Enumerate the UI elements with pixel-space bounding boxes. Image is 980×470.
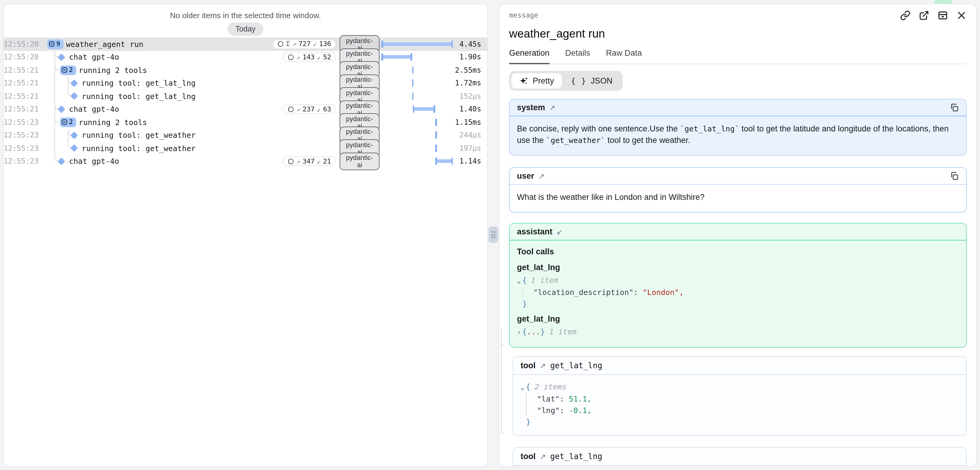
json-label: JSON: [591, 76, 612, 85]
chevron-down-icon: ⌄: [520, 383, 525, 391]
tokens-up-count: 143: [303, 53, 315, 61]
tree-guide-line: [54, 129, 55, 142]
dock-bottom-icon[interactable]: [938, 10, 948, 20]
trace-row-tree: running tool: get_lat_lng: [42, 76, 340, 90]
json-collapsed-line[interactable]: ›{...}1 item: [517, 326, 959, 338]
trace-row-time: 12:55:21: [4, 66, 42, 75]
copy-icon[interactable]: [950, 171, 959, 180]
tokens-icon: [288, 158, 294, 165]
json-close: }: [517, 298, 959, 309]
trace-row-time: 12:55:23: [4, 157, 42, 166]
duration-bar: [381, 90, 453, 103]
tokens-up-icon: ↗: [297, 106, 300, 113]
json-toggle-button[interactable]: { } JSON: [563, 73, 620, 88]
collapse-badge[interactable]: 2: [60, 65, 76, 75]
trace-row[interactable]: 12:55:20chat gpt-4o↗143↙52pydantic-ai1.9…: [4, 51, 487, 64]
outbound-arrow-icon: ↗: [540, 361, 546, 370]
trace-row-label: running tool: get_weather: [82, 131, 196, 140]
trace-row[interactable]: 12:55:212running 2 toolspydantic-ai2.55m…: [4, 64, 487, 76]
role-label: tool: [520, 452, 536, 461]
trace-row[interactable]: 12:55:21running tool: get_lat_lngpydanti…: [4, 76, 487, 90]
span-diamond-icon: [70, 79, 78, 87]
token-count-badge: ↗347↙21: [283, 156, 336, 166]
tokens-icon: [288, 106, 294, 113]
trace-row[interactable]: 12:55:232running 2 toolspydantic-ai1.15m…: [4, 116, 487, 129]
tokens-down-count: 52: [323, 53, 331, 61]
tab-raw-data[interactable]: Raw Data: [606, 48, 642, 64]
view-toggle: Pretty { } JSON: [509, 71, 623, 91]
tree-guide-line: [54, 142, 55, 155]
trace-row-label: running tool: get_lat_lng: [82, 79, 196, 88]
duration-bar-cell: [380, 38, 455, 51]
pretty-toggle-button[interactable]: Pretty: [511, 73, 562, 88]
trace-row[interactable]: 12:55:23chat gpt-4o↗347↙21pydantic-ai1.1…: [4, 155, 487, 168]
trace-row-time: 12:55:23: [4, 131, 42, 140]
external-link-icon[interactable]: [919, 10, 929, 20]
tool-result-panel: tool ↗ get_lat_lng ⌄{2 items "lat": 51.1…: [513, 356, 967, 436]
tokens-up-icon: ↗: [297, 54, 300, 61]
trace-row[interactable]: 12:55:209weather_agent runΣ↗727↙136pydan…: [4, 38, 487, 51]
outbound-arrow-icon: ↗: [540, 452, 546, 460]
outbound-arrow-icon: ↗: [538, 172, 544, 180]
trace-row[interactable]: 12:55:23running tool: get_weatherpydanti…: [4, 129, 487, 142]
tree-guide-line: [54, 90, 55, 103]
grip-dots-icon: [488, 226, 498, 243]
code-get-lat-lng: `get_lat_lng`: [680, 124, 740, 133]
duration-text: 1.40s: [455, 105, 487, 113]
token-count-badge: ↗237↙63: [283, 105, 336, 114]
message-panel-system: system ↗ Be concise, reply with one sent…: [509, 99, 967, 156]
duration-bar: [381, 155, 453, 168]
duration-bar: [381, 116, 453, 129]
trace-row-label: running 2 tools: [79, 66, 147, 75]
trace-row-time: 12:55:21: [4, 105, 42, 113]
collapse-badge[interactable]: 9: [47, 39, 63, 49]
link-icon[interactable]: [900, 10, 910, 20]
tab-details[interactable]: Details: [565, 48, 590, 64]
braces-icon: { }: [571, 76, 587, 85]
span-diamond-icon: [70, 145, 78, 152]
tool-name: get_lat_lng: [550, 361, 602, 370]
panel-splitter-handle[interactable]: [488, 226, 498, 243]
today-button[interactable]: Today: [228, 22, 264, 36]
sparkles-icon: [519, 76, 528, 85]
trace-row-time: 12:55:23: [4, 144, 42, 153]
tool-name: get_lat_lng: [550, 452, 602, 461]
json-root-line[interactable]: ⌄{1 item: [517, 274, 959, 287]
trace-row[interactable]: 12:55:23running tool: get_weatherpydanti…: [4, 142, 487, 155]
collapse-badge[interactable]: 2: [60, 118, 76, 127]
duration-bar-cell: [380, 51, 455, 64]
tool-thread-connector: [501, 328, 504, 434]
duration-bar-cell: [380, 116, 455, 129]
close-icon[interactable]: [956, 10, 967, 20]
duration-bar: [381, 64, 453, 76]
user-message-text: What is the weather like in London and i…: [510, 185, 966, 212]
tree-elbow-line: [54, 116, 59, 122]
trace-rows: 12:55:209weather_agent runΣ↗727↙136pydan…: [4, 38, 487, 168]
outbound-arrow-icon: ↗: [549, 103, 555, 112]
tab-generation[interactable]: Generation: [509, 48, 550, 64]
trace-row[interactable]: 12:55:21running tool: get_lat_lngpydanti…: [4, 90, 487, 103]
tokens-down-icon: ↙: [313, 41, 317, 48]
copy-icon[interactable]: [950, 103, 959, 112]
trace-row-label: chat gpt-4o: [69, 53, 119, 62]
child-count: 2: [69, 66, 73, 74]
scope-tag-cell: pydantic-ai: [340, 153, 380, 170]
token-count-badge: Σ↗727↙136: [272, 39, 336, 49]
duration-text: 1.72ms: [455, 79, 487, 88]
span-diamond-icon: [70, 92, 78, 100]
duration-text: 244µs: [455, 131, 487, 140]
role-label: user: [517, 171, 534, 180]
tokens-icon: [288, 54, 294, 61]
trace-row[interactable]: 12:55:21chat gpt-4o↗237↙63pydantic-ai1.4…: [4, 103, 487, 116]
tree-guide-line: [54, 76, 55, 90]
tokens-up-count: 727: [298, 40, 310, 48]
trace-row-time: 12:55:21: [4, 92, 42, 100]
message-panel-user: user ↗ What is the weather like in Londo…: [509, 167, 967, 213]
trace-row-time: 12:55:20: [4, 53, 42, 62]
tokens-up-icon: ↗: [293, 41, 296, 48]
collapse-minus-icon: [62, 67, 67, 73]
tokens-up-count: 347: [303, 158, 315, 165]
tool-result-panel: tool ↗ get_lat_lng ⌄{2 items: [513, 447, 967, 466]
json-root-line[interactable]: ⌄{2 items: [520, 381, 959, 393]
duration-bar-cell: [380, 103, 455, 116]
